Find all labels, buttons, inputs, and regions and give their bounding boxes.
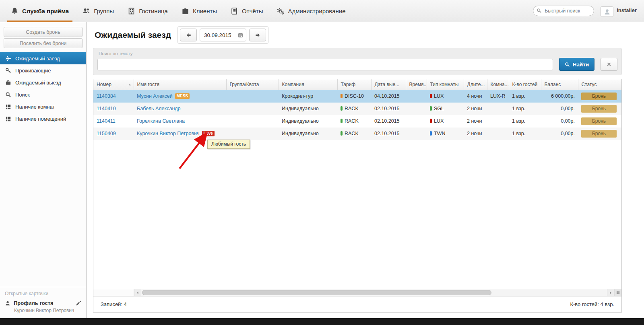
column-header-label: Баланс <box>545 82 561 87</box>
column-header[interactable]: К-во гостей <box>509 79 541 90</box>
date-input[interactable] <box>200 32 233 38</box>
column-header[interactable]: Длите... <box>464 79 487 90</box>
cell-time <box>406 90 427 103</box>
tab-reception[interactable]: Служба приёма <box>4 0 76 22</box>
cell-departure-date: 04.10.2015 <box>371 90 406 103</box>
cell-number: 1140410 <box>93 103 134 115</box>
cell-group <box>226 128 279 140</box>
hscroll-track[interactable] <box>141 289 607 296</box>
tab-label: Группы <box>94 8 114 14</box>
cell-departure-date: 02.10.2015 <box>371 115 406 128</box>
column-header[interactable]: Группа/Квота <box>226 79 279 90</box>
column-header[interactable]: Комна... <box>487 79 509 90</box>
person-icon <box>604 8 611 15</box>
sidebar-item-residents[interactable]: Проживающие <box>0 64 86 76</box>
table-row[interactable]: 1140411Горелкина СветланаИндивидуальноRA… <box>93 115 621 128</box>
sidebar: Создать броньПоселить без брони Ожидаемы… <box>0 22 87 318</box>
quick-search-input[interactable] <box>533 6 594 16</box>
suitcase-icon <box>5 80 11 86</box>
cell-group <box>226 90 279 103</box>
scroll-left-button[interactable] <box>134 289 141 296</box>
cell-departure-date: 02.10.2015 <box>371 128 406 140</box>
guest-name-link[interactable]: Бабель Александр <box>137 106 181 111</box>
sidebar-item-rooms-availability[interactable]: Наличие комнат <box>0 101 86 113</box>
tab-reports[interactable]: Отчёты <box>224 0 270 22</box>
checkin-without-booking-button[interactable]: Поселить без брони <box>4 38 83 48</box>
cell-number: 1140384 <box>93 90 134 103</box>
previous-day-button[interactable] <box>180 29 197 41</box>
open-card-subtitle: Курочкин Виктор Петрович <box>14 308 81 313</box>
column-header[interactable]: Имя гостя <box>134 79 226 90</box>
guest-name-link[interactable]: Мусин Алексей <box>137 93 173 99</box>
person-icon <box>5 300 10 306</box>
create-booking-button[interactable]: Создать бронь <box>4 27 83 37</box>
cell-room-type: SGL <box>427 103 464 115</box>
building-icon <box>128 7 135 15</box>
horizontal-scrollbar[interactable] <box>93 289 621 296</box>
table-row[interactable]: 1150409Курочкин Виктор ПетровичLoveИндив… <box>93 128 621 140</box>
column-header-label: Дата вые... <box>375 82 400 87</box>
guests-count: К-во гостей: 4 взр. <box>570 301 614 307</box>
next-day-button[interactable] <box>249 29 266 41</box>
cell-duration: 2 ночи <box>464 115 487 128</box>
guest-name-link[interactable]: Курочкин Виктор Петрович <box>137 131 200 136</box>
records-count: Записей: 4 <box>101 301 127 307</box>
tab-clients[interactable]: Клиенты <box>175 0 224 22</box>
user-box[interactable]: installer <box>601 5 637 17</box>
find-button[interactable]: Найти <box>559 58 594 71</box>
table-row[interactable]: 1140410Бабель АлександрИндивидуальноRACK… <box>93 103 621 115</box>
cell-duration: 2 ночи <box>464 128 487 140</box>
scroll-right-button[interactable] <box>607 289 614 296</box>
hscroll-thumb[interactable] <box>142 290 491 295</box>
clear-search-button[interactable] <box>601 58 617 71</box>
booking-number-link[interactable]: 1150409 <box>97 131 116 136</box>
cell-guest-count: 1 взр. <box>509 103 541 115</box>
sidebar-item-expected-departure[interactable]: Ожидаемый выезд <box>0 76 86 88</box>
sidebar-item-search[interactable]: Поиск <box>0 88 86 101</box>
sidebar-item-premises-availability[interactable]: Наличие помещений <box>0 113 86 125</box>
column-header-label: Имя гостя <box>137 82 160 87</box>
tab-groups[interactable]: Группы <box>76 0 121 22</box>
grid-options-button[interactable] <box>614 289 621 296</box>
tab-label: Служба приёма <box>22 8 69 14</box>
guest-badge[interactable]: MESS <box>175 93 190 99</box>
sidebar-item-label: Поиск <box>15 92 30 98</box>
guest-badge[interactable]: Love <box>202 131 215 136</box>
date-field[interactable] <box>200 29 246 41</box>
booking-number-link[interactable]: 1140411 <box>97 118 116 124</box>
guest-name-link[interactable]: Горелкина Светлана <box>137 118 185 124</box>
triangle-right-icon <box>609 291 613 295</box>
column-header[interactable]: Баланс <box>541 79 578 90</box>
booking-number-link[interactable]: 1140384 <box>97 93 116 99</box>
status-badge: Бронь <box>581 105 617 113</box>
table-row[interactable]: 1140384Мусин АлексейMESSКрокодил-турDISC… <box>93 90 621 103</box>
column-header[interactable]: Компания <box>279 79 337 90</box>
tab-administration[interactable]: Администрирование <box>270 0 352 22</box>
column-header[interactable]: Номер <box>93 79 134 90</box>
tab-label: Гостиница <box>139 8 168 14</box>
cell-company: Индивидуально <box>279 128 337 140</box>
column-header[interactable]: Статус <box>578 79 621 90</box>
cell-number: 1150409 <box>93 128 134 140</box>
column-header[interactable]: Дата вые... <box>371 79 406 90</box>
search-icon <box>537 8 542 13</box>
sidebar-item-label: Наличие комнат <box>15 104 55 110</box>
column-header[interactable]: Тип комнаты <box>427 79 464 90</box>
text-search-input[interactable] <box>97 59 553 70</box>
edit-pencil-icon[interactable] <box>76 300 81 306</box>
color-marker <box>341 131 343 136</box>
date-navigation <box>178 26 268 44</box>
open-card-guest-profile[interactable]: Профиль гостя <box>5 300 81 306</box>
booking-number-link[interactable]: 1140410 <box>97 106 116 111</box>
calendar-icon[interactable] <box>238 33 243 38</box>
tab-label: Отчёты <box>242 8 263 14</box>
column-header[interactable]: Время... <box>406 79 427 90</box>
cell-duration: 2 ночи <box>464 103 487 115</box>
cell-room: LUX-R <box>487 90 509 103</box>
column-header[interactable]: Тариф <box>337 79 371 90</box>
cell-duration: 4 ночи <box>464 90 487 103</box>
topnav-tabs: Служба приёмаГруппыГостиницаКлиентыОтчёт… <box>4 0 353 22</box>
tab-hotel[interactable]: Гостиница <box>121 0 175 22</box>
sidebar-item-expected-arrival[interactable]: Ожидаемый заезд <box>0 52 86 64</box>
cell-company: Индивидуально <box>279 103 337 115</box>
